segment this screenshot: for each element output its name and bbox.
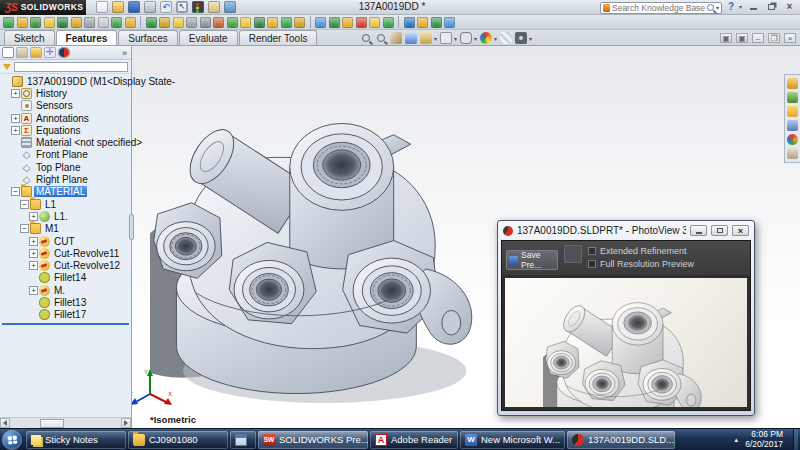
undo-icon[interactable]: ↶ xyxy=(160,1,172,13)
tree-item-cut-revolve11[interactable]: +Cut-Revolve11 xyxy=(0,247,131,259)
doc-restore-button[interactable]: ❐ xyxy=(768,33,780,43)
panel-tab-configuration-manager[interactable] xyxy=(30,47,42,58)
toolbar-icon[interactable] xyxy=(444,17,455,28)
taskbar-button-137a0019dd-sld[interactable]: 137A0019DD.SLD... xyxy=(567,431,675,449)
toolbar-icon[interactable] xyxy=(57,17,68,28)
photoview-titlebar[interactable]: 137A0019DD.SLDPRT* - PhotoView 360 2015 … xyxy=(498,221,754,240)
panel-horizontal-scrollbar[interactable] xyxy=(0,417,131,428)
taskbar-button-cj0901080[interactable]: CJ0901080 xyxy=(128,431,228,449)
toolbar-icon[interactable] xyxy=(44,17,55,28)
panel-tab-propertymanager[interactable] xyxy=(16,47,28,58)
tree-item-fillet14[interactable]: Fillet14 xyxy=(0,272,131,284)
tree-item-material-not-specified[interactable]: Material <not specified> xyxy=(0,136,131,148)
file-explorer-icon[interactable] xyxy=(787,106,798,117)
toolbar-icon[interactable] xyxy=(356,17,367,28)
photoview-minimize-button[interactable] xyxy=(690,225,707,236)
select-icon[interactable]: ↖ xyxy=(176,1,188,13)
collapse-icon[interactable]: − xyxy=(20,224,29,233)
new-icon[interactable] xyxy=(96,1,108,13)
toolbar-icon[interactable] xyxy=(71,17,82,28)
minimize-button[interactable] xyxy=(747,1,760,12)
show-desktop-button[interactable] xyxy=(793,429,798,450)
tree-item-l1[interactable]: −L1 xyxy=(0,198,131,210)
hide-show-items-icon[interactable] xyxy=(460,32,472,44)
expand-icon[interactable]: + xyxy=(11,89,20,98)
toolbar-icon[interactable] xyxy=(186,17,197,28)
tree-item-m1[interactable]: −M1 xyxy=(0,223,131,235)
section-view-icon[interactable] xyxy=(405,32,417,44)
zoom-fit-icon[interactable] xyxy=(362,34,370,42)
toolbar-icon[interactable] xyxy=(315,17,326,28)
tab-sketch[interactable]: Sketch xyxy=(4,30,55,45)
toolbar-icon[interactable] xyxy=(294,17,305,28)
toolbar-icon[interactable] xyxy=(125,17,136,28)
tab-surfaces[interactable]: Surfaces xyxy=(118,30,177,45)
tree-item-fillet17[interactable]: Fillet17 xyxy=(0,309,131,321)
tree-item-top-plane[interactable]: ◇Top Plane xyxy=(0,161,131,173)
taskbar-button-pinned-app[interactable] xyxy=(230,431,256,449)
panel-tab-featuremanager-tree[interactable] xyxy=(2,47,14,58)
tree-item-right-plane[interactable]: ◇Right Plane xyxy=(0,173,131,185)
expand-icon[interactable]: + xyxy=(29,249,38,258)
zoom-to-area-icon[interactable] xyxy=(377,34,385,42)
toolbar-icon[interactable] xyxy=(431,17,442,28)
edit-appearance-icon[interactable] xyxy=(480,32,492,44)
hidden-icons-arrow[interactable]: ▲ xyxy=(733,437,739,443)
options-icon[interactable] xyxy=(224,1,236,13)
frame-icon[interactable]: ▣ xyxy=(720,33,732,43)
tree-item-material[interactable]: −MATERIAL xyxy=(0,186,131,198)
tree-item-137a0019dd-m1-display-state[interactable]: 137A0019DD (M1<Display State- xyxy=(0,75,131,87)
tree-item-annotations[interactable]: +AAnnotations xyxy=(0,112,131,124)
search-input[interactable] xyxy=(612,3,705,13)
view-settings-dropdown-icon[interactable]: ▾ xyxy=(529,35,532,42)
toolbar-icon[interactable] xyxy=(3,17,14,28)
save-icon[interactable] xyxy=(128,1,140,13)
taskbar-button-solidworks-pre[interactable]: SWSOLIDWORKS Pre... xyxy=(258,431,368,449)
toolbar-icon[interactable] xyxy=(98,17,109,28)
toolbar-icon[interactable] xyxy=(240,17,251,28)
toolbar-icon[interactable] xyxy=(417,17,428,28)
tree-filter-input[interactable] xyxy=(14,62,128,72)
display-style-icon[interactable] xyxy=(440,32,452,44)
toolbar-icon[interactable] xyxy=(200,17,211,28)
tree-item-sensors[interactable]: Sensors xyxy=(0,100,131,112)
toolbar-icon[interactable] xyxy=(173,17,184,28)
scroll-left-arrow[interactable] xyxy=(0,418,10,428)
close-button[interactable]: × xyxy=(783,1,796,12)
expand-icon[interactable]: + xyxy=(29,212,38,221)
toolbar-icon[interactable] xyxy=(84,17,95,28)
frame-icon[interactable]: ▣ xyxy=(736,33,748,43)
toolbar-icon[interactable] xyxy=(17,17,28,28)
part-3d-model[interactable] xyxy=(150,85,490,415)
toolbar-icon[interactable] xyxy=(227,17,238,28)
start-button[interactable] xyxy=(2,430,22,450)
tree-item-l1[interactable]: +L1. xyxy=(0,210,131,222)
expand-icon[interactable]: + xyxy=(11,126,20,135)
help-dropdown-icon[interactable]: ▾ xyxy=(739,3,742,10)
scroll-right-arrow[interactable] xyxy=(121,418,131,428)
panel-tab-display-manager[interactable] xyxy=(58,47,70,58)
tree-item-cut[interactable]: +CUT xyxy=(0,235,131,247)
view-palette-icon[interactable] xyxy=(787,120,798,131)
rebuild-icon[interactable] xyxy=(192,1,204,13)
tab-evaluate[interactable]: Evaluate xyxy=(179,30,238,45)
hide-show-items-dropdown-icon[interactable]: ▾ xyxy=(474,35,477,42)
tree-item-cut-revolve12[interactable]: +Cut-Revolve12 xyxy=(0,259,131,271)
toolbar-icon[interactable] xyxy=(281,17,292,28)
apply-scene-icon[interactable] xyxy=(500,32,512,44)
doc-close-button[interactable]: × xyxy=(784,33,796,43)
photoview-window[interactable]: 137A0019DD.SLDPRT* - PhotoView 360 2015 … xyxy=(497,220,755,416)
tab-render-tools[interactable]: Render Tools xyxy=(239,30,318,45)
save-preview-button[interactable]: Save Pre... xyxy=(506,250,558,270)
toolbar-icon[interactable] xyxy=(369,17,380,28)
view-orientation-icon[interactable] xyxy=(420,32,432,44)
appearances-scenes-icon[interactable] xyxy=(787,134,798,145)
photoview-maximize-button[interactable] xyxy=(711,225,728,236)
collapse-icon[interactable]: − xyxy=(11,187,20,196)
toolbar-icon[interactable] xyxy=(159,17,170,28)
toolbar-icon[interactable] xyxy=(267,17,278,28)
taskbar-clock[interactable]: 6:06 PM 6/20/2017 xyxy=(745,430,787,450)
panel-splitter[interactable] xyxy=(129,214,134,240)
expand-icon[interactable]: + xyxy=(11,114,20,123)
expand-icon[interactable]: + xyxy=(29,237,38,246)
